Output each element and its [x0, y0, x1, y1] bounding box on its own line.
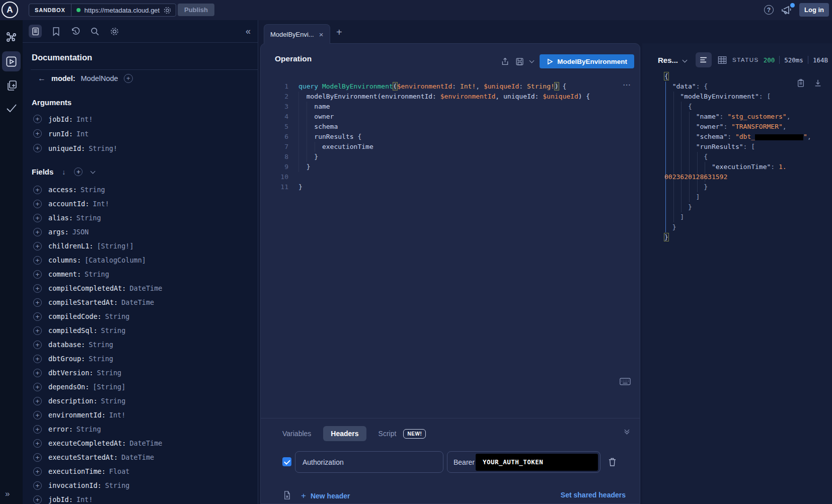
response-title[interactable]: Res...: [658, 56, 678, 64]
field-type[interactable]: DateTime: [129, 439, 162, 447]
apollo-logo[interactable]: A: [2, 2, 18, 18]
share-icon[interactable]: [501, 57, 509, 66]
close-tab-icon[interactable]: ×: [319, 30, 324, 39]
set-shared-headers-link[interactable]: Set shared headers: [561, 491, 626, 499]
header-value-input[interactable]: Bearer YOUR_AUTH_TOKEN: [447, 451, 600, 473]
sort-fields-icon[interactable]: ↓: [62, 168, 65, 176]
field-type[interactable]: DateTime: [129, 284, 162, 292]
editor-more-menu-icon[interactable]: ⋯: [623, 80, 631, 90]
field-type[interactable]: String: [89, 341, 113, 349]
new-header-button[interactable]: + New header: [301, 491, 350, 501]
add-field-icon[interactable]: +: [33, 256, 42, 265]
add-field-icon[interactable]: +: [33, 284, 42, 293]
expand-rail-icon[interactable]: »: [5, 489, 10, 499]
add-all-fields-icon[interactable]: +: [124, 74, 133, 83]
field-type[interactable]: [String!]: [97, 242, 133, 250]
collapse-drawer-icon[interactable]: [625, 428, 629, 434]
schema-graph-icon[interactable]: [0, 31, 23, 44]
saved-operations-bookmark-icon[interactable]: [52, 27, 60, 36]
new-tab-icon[interactable]: +: [336, 27, 342, 38]
add-argument-icon[interactable]: +: [33, 144, 42, 152]
add-field-icon[interactable]: +: [33, 326, 42, 335]
field-type[interactable]: String: [81, 186, 105, 194]
settings-gear-icon[interactable]: [110, 27, 119, 36]
field-type[interactable]: DateTime: [121, 453, 154, 461]
login-button[interactable]: Log in: [799, 3, 829, 17]
field-type[interactable]: DateTime: [121, 298, 154, 306]
add-field-icon[interactable]: +: [33, 425, 42, 434]
field-type[interactable]: String: [101, 326, 126, 334]
argument-type[interactable]: Int: [77, 130, 89, 138]
history-icon[interactable]: [70, 27, 80, 36]
operation-tab[interactable]: ModelByEnvi... ×: [264, 24, 330, 44]
announcements-button[interactable]: [781, 5, 794, 16]
field-type[interactable]: String: [101, 397, 126, 405]
endpoint-url-input[interactable]: https://metadata.cloud.get: [85, 7, 161, 14]
keyboard-shortcuts-icon[interactable]: [620, 378, 631, 385]
field-type[interactable]: Int!: [77, 495, 93, 503]
breadcrumb-type[interactable]: ModelNode: [81, 74, 118, 82]
field-type[interactable]: String: [105, 481, 130, 489]
field-type[interactable]: Int!: [93, 200, 109, 208]
add-field-icon[interactable]: +: [33, 341, 42, 349]
add-field-icon[interactable]: +: [33, 369, 42, 377]
add-field-icon[interactable]: +: [33, 495, 42, 504]
header-enabled-checkbox[interactable]: [282, 457, 291, 466]
add-field-icon[interactable]: +: [33, 214, 42, 222]
add-field-icon[interactable]: +: [33, 186, 42, 194]
add-field-icon[interactable]: +: [33, 228, 42, 236]
environment-variables-icon[interactable]: [283, 490, 291, 500]
add-field-icon[interactable]: +: [33, 312, 42, 321]
tab-headers[interactable]: Headers: [323, 426, 366, 441]
raw-view-toggle-active[interactable]: [696, 52, 712, 67]
response-dropdown-chevron-icon[interactable]: [683, 57, 688, 62]
publish-button[interactable]: Publish: [178, 4, 214, 16]
back-icon[interactable]: ←: [38, 74, 46, 83]
header-key-input[interactable]: Authorization: [295, 451, 443, 473]
field-type[interactable]: JSON: [72, 228, 89, 236]
response-json[interactable]: { "data": { "modelByEnvironment": [ { "n…: [664, 71, 830, 242]
add-field-icon[interactable]: +: [33, 397, 42, 405]
help-icon[interactable]: ?: [764, 5, 774, 15]
add-field-icon[interactable]: +: [33, 467, 42, 476]
add-field-icon[interactable]: +: [33, 481, 42, 490]
add-argument-icon[interactable]: +: [33, 115, 42, 123]
chevron-down-icon[interactable]: [91, 169, 96, 174]
add-field-icon[interactable]: +: [33, 383, 42, 391]
add-field-icon[interactable]: +: [33, 453, 42, 462]
field-type[interactable]: [String]: [93, 383, 125, 391]
add-argument-icon[interactable]: +: [33, 129, 42, 138]
add-field-icon[interactable]: +: [33, 242, 42, 250]
field-type[interactable]: [CatalogColumn]: [85, 256, 146, 264]
checklist-icon[interactable]: [0, 102, 23, 114]
field-type[interactable]: String: [77, 425, 101, 433]
run-operation-button[interactable]: ModelByEnvironment: [540, 54, 634, 68]
operation-collections-icon[interactable]: [0, 79, 23, 92]
graphql-editor[interactable]: 1 query ModelByEnvironment($environmentI…: [261, 81, 640, 192]
save-icon[interactable]: [515, 57, 524, 66]
auth-token-redacted[interactable]: YOUR_AUTH_TOKEN: [476, 454, 598, 471]
add-field-icon[interactable]: +: [33, 355, 42, 363]
field-type[interactable]: String: [77, 214, 101, 222]
field-type[interactable]: String: [97, 369, 121, 377]
add-field-icon[interactable]: +: [33, 439, 42, 448]
explorer-nav-item-active[interactable]: [2, 51, 21, 71]
add-fields-icon[interactable]: +: [74, 167, 83, 176]
table-view-toggle-icon[interactable]: [718, 56, 727, 64]
tab-script[interactable]: Script: [379, 430, 397, 438]
field-type[interactable]: String: [105, 312, 130, 320]
field-type[interactable]: String: [89, 355, 113, 363]
argument-type[interactable]: Int!: [77, 115, 93, 123]
delete-header-trash-icon[interactable]: [608, 457, 617, 467]
add-field-icon[interactable]: +: [33, 200, 42, 208]
argument-type[interactable]: String!: [89, 144, 117, 152]
add-field-icon[interactable]: +: [33, 411, 42, 419]
field-type[interactable]: Float: [109, 467, 130, 475]
field-type[interactable]: String: [85, 270, 109, 278]
tab-variables[interactable]: Variables: [282, 430, 311, 438]
save-dropdown-chevron-icon[interactable]: [530, 58, 535, 63]
endpoint-settings-gear-icon[interactable]: [163, 6, 172, 15]
collapse-panel-icon[interactable]: «: [246, 26, 251, 37]
add-field-icon[interactable]: +: [33, 270, 42, 279]
add-field-icon[interactable]: +: [33, 298, 42, 307]
